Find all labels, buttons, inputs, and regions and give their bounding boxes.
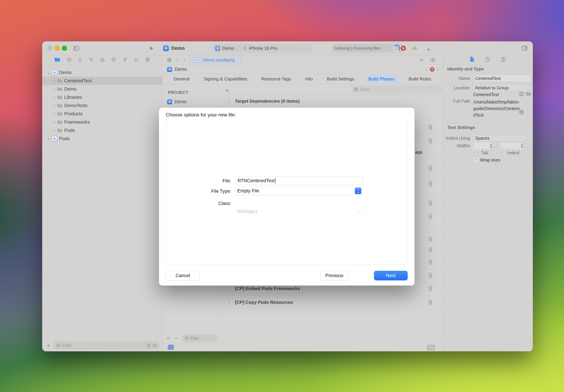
- add-editor-icon[interactable]: [430, 57, 435, 63]
- tab-build-rules[interactable]: Build Rules: [405, 75, 434, 83]
- add-filter-icon[interactable]: [152, 343, 157, 348]
- next-issue-icon[interactable]: ›: [437, 67, 439, 72]
- tab-width-stepper[interactable]: ⌃⌄: [492, 142, 496, 149]
- history-inspector-icon[interactable]: [485, 57, 490, 63]
- file-name-input[interactable]: RTNCenteredText: [235, 177, 363, 185]
- phases-filter-field[interactable]: Filter: [352, 86, 442, 93]
- disclosure-chevron-icon[interactable]: ›: [52, 128, 57, 133]
- reveal-path-arrow-icon[interactable]: →: [519, 110, 524, 114]
- breakpoint-navigator-icon[interactable]: [134, 57, 139, 63]
- disclosure-chevron-icon[interactable]: ›: [228, 98, 230, 104]
- test-navigator-icon[interactable]: [111, 57, 116, 63]
- delete-phase-icon[interactable]: [427, 299, 433, 306]
- disclosure-chevron-icon[interactable]: ›: [52, 95, 57, 100]
- file-inspector-icon[interactable]: [469, 56, 474, 63]
- delete-phase-icon[interactable]: [427, 285, 433, 292]
- cancel-button[interactable]: Cancel: [166, 271, 200, 280]
- delete-phase-icon[interactable]: [427, 259, 433, 265]
- code-review-icon[interactable]: [419, 57, 424, 63]
- delete-phase-icon[interactable]: [427, 180, 433, 187]
- previous-button[interactable]: Previous: [321, 271, 348, 280]
- tree-item-demotests[interactable]: › DemoTests: [42, 101, 162, 110]
- tab-signing-capabilities[interactable]: Signing & Capabilities: [201, 75, 250, 83]
- disclosure-chevron-icon[interactable]: ›: [46, 136, 52, 141]
- add-target-icon[interactable]: ＋: [165, 335, 171, 342]
- tree-item-frameworks[interactable]: › Frameworks: [42, 118, 162, 126]
- delete-phase-icon[interactable]: [427, 272, 433, 279]
- disclosure-chevron-icon[interactable]: ›: [52, 103, 57, 108]
- toggle-navigator-icon[interactable]: [73, 45, 80, 52]
- run-destination[interactable]: iPhone 16 Pro: [249, 46, 277, 51]
- tree-item-pods-project[interactable]: › A Pods: [42, 135, 162, 143]
- library-plus-icon[interactable]: ＋: [425, 44, 432, 54]
- prev-issue-icon[interactable]: ‹: [426, 67, 427, 72]
- editor-tab-demo-xcodeproj[interactable]: A Demo.xcodeproj: [189, 55, 242, 65]
- scheme-name[interactable]: Demo: [222, 46, 234, 51]
- tab-build-settings[interactable]: Build Settings: [324, 75, 357, 83]
- delete-phase-icon[interactable]: [427, 165, 433, 171]
- add-build-phase-icon[interactable]: ＋: [224, 86, 231, 95]
- window-titlebar[interactable]: A Demo A Demo 〉 iPhone 16 Pro Indexing |…: [42, 41, 533, 55]
- clear-location-icon[interactable]: ✕: [519, 92, 524, 97]
- disclosure-chevron-icon[interactable]: ›: [52, 111, 57, 117]
- issue-error-badge[interactable]: ✕: [430, 67, 434, 72]
- related-items-icon[interactable]: [167, 57, 172, 63]
- disclosure-chevron-icon[interactable]: ›: [52, 86, 57, 92]
- disclosure-chevron-icon[interactable]: ›: [228, 286, 230, 291]
- back-arrow-icon[interactable]: ‹: [177, 57, 179, 63]
- minimize-window-button[interactable]: [55, 46, 60, 51]
- indent-width-field[interactable]: 2: [500, 142, 525, 149]
- wrap-lines-checkbox[interactable]: ✓: [473, 157, 478, 162]
- class-combo-box[interactable]: NSObject ⌄: [235, 208, 362, 215]
- delete-phase-icon[interactable]: [427, 246, 433, 253]
- tree-item-products[interactable]: › Products: [42, 110, 162, 118]
- add-item-icon[interactable]: ＋: [45, 341, 52, 350]
- forward-arrow-icon[interactable]: ›: [183, 57, 185, 63]
- indent-using-popup[interactable]: Spaces ⌃⌄: [473, 135, 531, 142]
- indent-width-stepper[interactable]: ⌃⌄: [523, 142, 527, 149]
- disclosure-chevron-icon[interactable]: ›: [228, 300, 230, 305]
- source-control-icon[interactable]: [67, 57, 72, 63]
- tree-item-demo-project[interactable]: ⌄ A Demo: [42, 68, 162, 77]
- tree-item-centeredtext[interactable]: › CenteredText: [42, 77, 162, 85]
- close-window-button[interactable]: [47, 46, 53, 51]
- quick-help-icon[interactable]: [501, 57, 506, 63]
- tab-info[interactable]: Info: [302, 75, 316, 83]
- editor-options-icon[interactable]: [427, 345, 435, 350]
- report-navigator-icon[interactable]: [145, 57, 150, 63]
- project-item-demo[interactable]: A Demo: [167, 99, 186, 104]
- delete-phase-icon[interactable]: [427, 200, 433, 206]
- navigator-filter-field[interactable]: Filter: [54, 342, 159, 350]
- tab-build-phases[interactable]: Build Phases: [365, 75, 398, 83]
- breadcrumb[interactable]: Demo: [175, 67, 187, 72]
- tree-item-libraries[interactable]: › Libraries: [42, 93, 162, 101]
- bookmark-icon[interactable]: [78, 57, 83, 63]
- disclosure-chevron-icon[interactable]: ⌄: [46, 70, 52, 75]
- tree-item-pods-folder[interactable]: › Pods: [42, 126, 162, 135]
- delete-phase-icon[interactable]: [427, 138, 433, 144]
- target-indicator-icon[interactable]: [168, 345, 174, 350]
- phase-row-target-dependencies[interactable]: › Target Dependencies (0 items): [219, 96, 442, 106]
- tab-resource-tags[interactable]: Resource Tags: [258, 75, 294, 83]
- location-popup[interactable]: Relative to Group ⌃⌄: [473, 84, 531, 91]
- delete-phase-icon[interactable]: [427, 124, 433, 130]
- recent-clock-icon[interactable]: [146, 343, 151, 348]
- delete-phase-icon[interactable]: [427, 213, 433, 220]
- search-icon[interactable]: [89, 57, 94, 63]
- project-navigator-icon[interactable]: [55, 57, 60, 63]
- tree-item-demo-folder[interactable]: › Demo: [42, 85, 162, 93]
- tab-width-field[interactable]: 2: [473, 142, 494, 149]
- name-field[interactable]: CenteredText: [473, 75, 531, 82]
- run-button[interactable]: [148, 45, 154, 51]
- scheme-selector[interactable]: A Demo 〉 iPhone 16 Pro: [213, 44, 311, 53]
- error-count-badge[interactable]: ✕: [401, 46, 406, 51]
- remove-target-icon[interactable]: −: [175, 335, 178, 342]
- choose-folder-icon[interactable]: [526, 91, 531, 96]
- file-type-popup[interactable]: Empty File ⌃⌄: [235, 186, 362, 195]
- tab-general[interactable]: General: [170, 75, 193, 83]
- debug-navigator-icon[interactable]: [123, 57, 128, 63]
- disclosure-chevron-icon[interactable]: ›: [52, 120, 57, 125]
- target-filter-field[interactable]: Filter: [182, 335, 217, 342]
- zoom-window-button[interactable]: [62, 46, 67, 51]
- issue-navigator-icon[interactable]: [100, 57, 105, 63]
